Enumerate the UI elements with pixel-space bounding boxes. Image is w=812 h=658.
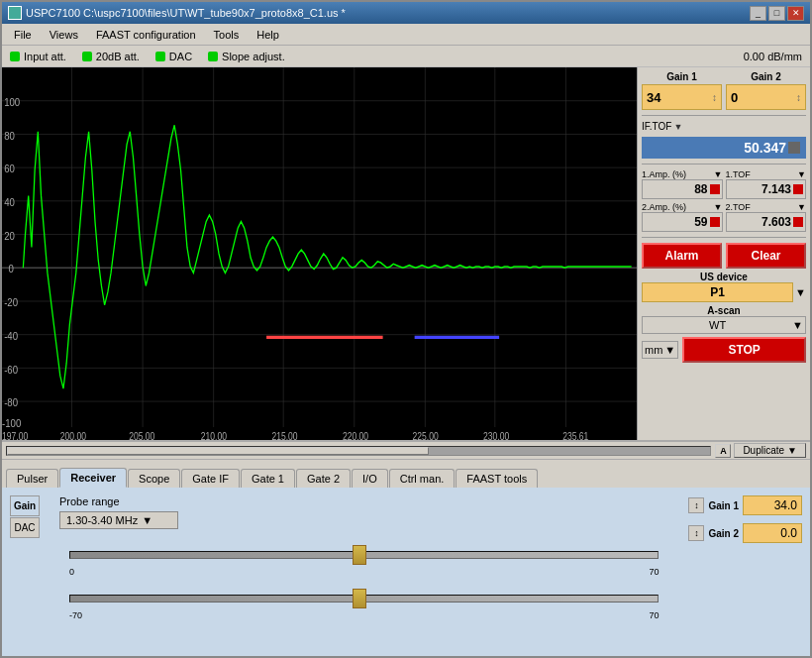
tab-pulser[interactable]: Pulser <box>6 469 58 488</box>
alarm-button[interactable]: Alarm <box>642 243 722 269</box>
svg-text:40: 40 <box>4 195 15 208</box>
param-grid: 1.Amp. (%) ▼ 88 1.TOF ▼ 7.143 <box>642 169 806 232</box>
unit-dropdown[interactable]: ▼ <box>664 344 675 356</box>
scroll-area: A Duplicate ▼ <box>2 442 810 460</box>
gain1-input[interactable]: 34 ↕ <box>642 84 722 110</box>
legend-label-4: Slope adjust. <box>222 51 285 62</box>
chart-area: 100 80 60 40 20 0 -20 -40 -60 -80 -100 1… <box>2 67 637 440</box>
tab-gate-if[interactable]: Gate IF <box>181 469 240 488</box>
gain1-field-input[interactable] <box>743 495 802 515</box>
clear-button[interactable]: Clear <box>726 243 806 269</box>
slope-value: 0.00 dB/mm <box>744 51 802 62</box>
us-device-section: US device P1 ▼ <box>642 272 806 302</box>
maximize-button[interactable]: □ <box>768 6 785 21</box>
tof2-indicator <box>793 217 803 227</box>
alarm-clear-row: Alarm Clear <box>642 243 806 269</box>
gain1-field-icon: ↕ <box>688 497 704 513</box>
if-tof-indicator <box>788 142 800 154</box>
tab-io[interactable]: I/O <box>352 469 388 488</box>
gain2-field-input[interactable] <box>743 523 802 543</box>
gain1-field: ↕ Gain 1 <box>688 495 802 515</box>
if-tof-dropdown[interactable]: ▼ <box>673 122 682 132</box>
menu-file[interactable]: File <box>6 27 40 43</box>
scroll-track[interactable] <box>6 446 711 456</box>
us-device-dropdown[interactable]: ▼ <box>795 286 806 298</box>
bottom-panel: A Duplicate ▼ Pulser Receiver Scope Gate… <box>2 440 810 656</box>
tof2-value-display: 7.603 <box>726 212 807 232</box>
us-device-label: US device <box>642 272 806 282</box>
gain1-label: Gain 1 <box>642 71 722 82</box>
amp1-dropdown[interactable]: ▼ <box>714 169 723 179</box>
probe-range-select[interactable]: 1.30-3.40 MHz ▼ <box>59 511 178 529</box>
slider2-track-container <box>69 587 659 610</box>
amp2-value-display: 59 <box>642 212 723 232</box>
stop-button[interactable]: STOP <box>682 337 806 363</box>
tab-content: Gain DAC Probe range 1.30-3.40 MHz ▼ <box>2 488 810 656</box>
svg-text:205.00: 205.00 <box>129 430 154 440</box>
window-title: USPC7100 C:\uspc7100\files\UT\WT_tube90x… <box>26 7 346 19</box>
legend-label-1: Input att. <box>24 51 66 62</box>
legend-20db-att: 20dB att. <box>82 51 140 62</box>
amp1-param: 1.Amp. (%) ▼ 88 <box>642 169 723 199</box>
slider1-thumb[interactable] <box>353 545 366 565</box>
tab-faast-tools[interactable]: FAAST tools <box>456 469 538 488</box>
duplicate-dropdown: ▼ <box>787 445 797 456</box>
tof2-label: 2.TOF <box>726 202 751 212</box>
side-tab-dac[interactable]: DAC <box>10 517 40 538</box>
menu-faast[interactable]: FAAST configuration <box>88 27 204 43</box>
duplicate-button[interactable]: Duplicate ▼ <box>734 443 806 458</box>
slider2-labels: -70 70 <box>69 610 659 620</box>
legend-input-att: Input att. <box>10 51 66 62</box>
gain2-box: Gain 2 0 ↕ <box>726 71 806 110</box>
ascan-dropdown[interactable]: ▼ <box>792 319 803 331</box>
legend-label-3: DAC <box>169 51 192 62</box>
svg-text:-80: -80 <box>4 395 18 408</box>
tab-ctrl-man[interactable]: Ctrl man. <box>389 469 456 488</box>
svg-text:-40: -40 <box>4 329 18 342</box>
tabs-row: Pulser Receiver Scope Gate IF Gate 1 Gat… <box>2 460 810 488</box>
tof2-param: 2.TOF ▼ 7.603 <box>726 202 807 232</box>
amp2-dropdown[interactable]: ▼ <box>714 202 723 212</box>
amp1-indicator <box>710 184 720 194</box>
svg-text:197.00: 197.00 <box>2 430 28 440</box>
tab-gate1[interactable]: Gate 1 <box>241 469 295 488</box>
us-device-select[interactable]: P1 <box>642 282 793 302</box>
minimize-button[interactable]: _ <box>750 6 766 21</box>
gain2-input[interactable]: 0 ↕ <box>726 84 806 110</box>
menu-tools[interactable]: Tools <box>206 27 248 43</box>
gain-row: Gain 1 34 ↕ Gain 2 0 ↕ <box>642 71 806 110</box>
legend-bar: Input att. 20dB att. DAC Slope adjust. 0… <box>2 46 810 67</box>
menu-help[interactable]: Help <box>249 27 287 43</box>
tab-scope[interactable]: Scope <box>128 469 180 488</box>
legend-dac: DAC <box>155 51 192 62</box>
tof1-dropdown[interactable]: ▼ <box>797 169 806 179</box>
ascan-label: A-scan <box>642 305 806 316</box>
svg-text:220.00: 220.00 <box>343 430 368 440</box>
right-panel: Gain 1 34 ↕ Gain 2 0 ↕ IF.TOF <box>637 67 810 440</box>
svg-text:-100: -100 <box>2 416 21 429</box>
close-button[interactable]: ✕ <box>787 6 804 21</box>
amp1-label: 1.Amp. (%) <box>642 169 686 179</box>
slider1-container: 0 70 <box>59 543 668 577</box>
content-main: Probe range 1.30-3.40 MHz ▼ 0 70 <box>59 495 668 620</box>
main-window: USPC7100 C:\uspc7100\files\UT\WT_tube90x… <box>0 0 812 658</box>
probe-range-label: Probe range <box>59 495 668 507</box>
legend-dot-1 <box>10 52 20 61</box>
tab-receiver[interactable]: Receiver <box>59 468 127 488</box>
tab-gate2[interactable]: Gate 2 <box>296 469 351 488</box>
scroll-thumb[interactable] <box>7 447 429 455</box>
slider2-thumb[interactable] <box>353 589 366 608</box>
bottom-controls: mm ▼ STOP <box>642 337 806 363</box>
svg-text:80: 80 <box>4 129 15 142</box>
gain2-field: ↕ Gain 2 <box>688 523 802 543</box>
menu-views[interactable]: Views <box>42 27 86 43</box>
duplicate-area: A Duplicate ▼ <box>715 443 806 458</box>
tof2-dropdown[interactable]: ▼ <box>797 202 806 212</box>
svg-text:60: 60 <box>4 162 15 174</box>
side-tab-gain[interactable]: Gain <box>10 495 40 516</box>
svg-text:215.00: 215.00 <box>271 430 297 440</box>
slider1-track-container <box>69 543 659 567</box>
gain-right-section: ↕ Gain 1 ↕ Gain 2 <box>688 495 802 543</box>
duplicate-icon: A <box>715 444 731 458</box>
amp2-indicator <box>710 217 720 227</box>
